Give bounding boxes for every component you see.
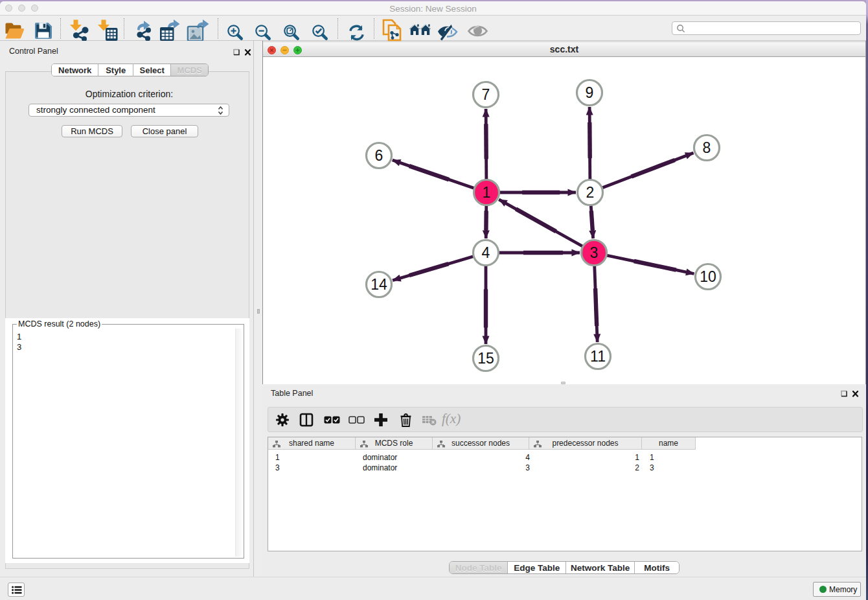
svg-text:9: 9	[586, 84, 594, 101]
svg-text:10: 10	[700, 268, 716, 285]
svg-text:6: 6	[375, 147, 383, 164]
svg-text:3: 3	[590, 244, 599, 261]
svg-text:8: 8	[703, 139, 711, 156]
svg-text:7: 7	[482, 86, 490, 103]
svg-text:11: 11	[590, 348, 606, 365]
svg-text:15: 15	[477, 350, 494, 367]
svg-text:4: 4	[482, 244, 490, 261]
svg-text:14: 14	[371, 276, 387, 293]
svg-text:1: 1	[483, 184, 491, 201]
svg-text:2: 2	[586, 184, 595, 201]
